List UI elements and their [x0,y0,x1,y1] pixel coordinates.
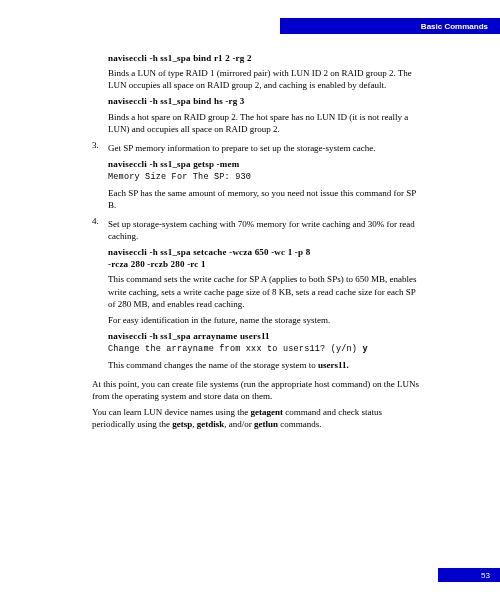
terminal-output: Memory Size For The SP: 930 [108,172,422,183]
footer-bar: 53 [438,568,500,582]
body-text: You can learn LUN device names using the… [92,406,422,430]
command-line: -rcza 280 -rczb 280 -rc 1 [108,258,422,270]
bold-term: getlun [254,419,278,429]
page-number: 53 [481,571,490,580]
command-line: naviseccli -h ss1_spa getsp -mem [108,158,422,170]
command-line: naviseccli -h ss1_spa arrayname users11 [108,330,422,342]
block-cmd-r1: naviseccli -h ss1_spa bind r1 2 -rg 2 Bi… [108,52,422,135]
header-bar: Basic Commands [280,18,500,34]
command-line: naviseccli -h ss1_spa setcache -wcza 650… [108,246,422,258]
body-text: This command changes the name of the sto… [108,359,422,371]
body-text: Each SP has the same amount of memory, s… [108,187,422,211]
terminal-text: Change the arrayname from xxx to users11… [108,344,362,354]
bold-term: getsp [172,419,192,429]
body-text: This command sets the write cache for SP… [108,273,422,309]
command-line: naviseccli -h ss1_spa bind hs -rg 3 [108,95,422,107]
text-span: You can learn LUN device names using the [92,407,251,417]
body-text: At this point, you can create file syste… [92,378,422,402]
text-span: , and/or [224,419,254,429]
text-span: This command changes the name of the sto… [108,360,318,370]
terminal-output: Change the arrayname from xxx to users11… [108,344,422,355]
step-3: 3. Get SP memory information to prepare … [92,139,422,215]
page-body: naviseccli -h ss1_spa bind r1 2 -rg 2 Bi… [92,48,422,434]
step-text: Set up storage-system caching with 70% m… [108,218,422,242]
bold-term: getdisk [197,419,225,429]
text-span: commands. [278,419,322,429]
step-4: 4. Set up storage-system caching with 70… [92,215,422,375]
terminal-input: y [362,344,367,354]
bold-term: getagent [251,407,284,417]
step-number: 3. [92,139,108,215]
body-text: Binds a LUN of type RAID 1 (mirrored pai… [108,67,422,91]
body-text: For easy identification in the future, n… [108,314,422,326]
step-number: 4. [92,215,108,375]
bold-term: users11. [318,360,349,370]
body-text: Binds a hot spare on RAID group 2. The h… [108,111,422,135]
command-line: naviseccli -h ss1_spa bind r1 2 -rg 2 [108,52,422,64]
step-text: Get SP memory information to prepare to … [108,142,422,154]
header-title: Basic Commands [421,22,488,31]
